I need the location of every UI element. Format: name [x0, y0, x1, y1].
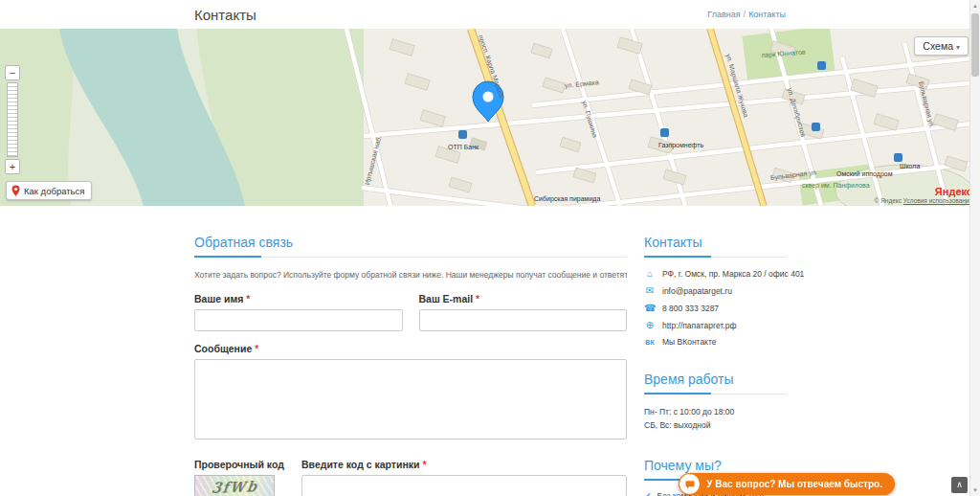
breadcrumb-current: Контакты [748, 10, 786, 19]
contacts-heading: Контакты [644, 235, 786, 258]
globe-icon: ⊕ [644, 320, 656, 330]
message-textarea[interactable] [194, 359, 627, 440]
yandex-map[interactable]: Иртышская наб. просп. Карла Маркса ул. П… [0, 29, 980, 206]
zoom-slider[interactable] [7, 82, 18, 157]
map-poi-label: Сибирская пирамида [534, 195, 600, 203]
map-park-label: сквер им. Панфилова [802, 182, 870, 190]
feedback-heading: Обратная связь [194, 235, 627, 258]
breadcrumb: Главная/Контакты [707, 10, 786, 19]
hours-line: Пн- Пт: с 10:00 до 18:00 [644, 405, 786, 418]
contact-text: http://папатаргет.рф [662, 321, 736, 330]
message-label: Сообщение * [194, 343, 627, 354]
map-zoom-control: − + [5, 65, 20, 174]
captcha-input-label: Введите код с картинки * [301, 459, 627, 470]
map-attribution: Яндекс © Яндекс Условия использования [875, 186, 972, 204]
email-label: Ваш E-mail * [419, 293, 628, 304]
map-canvas[interactable]: Иртышская наб. просп. Карла Маркса ул. П… [0, 29, 980, 206]
feedback-column: Обратная связь Хотите задать вопрос? Исп… [194, 206, 627, 496]
chevron-down-icon: ▾ [956, 43, 960, 52]
feedback-intro: Хотите задать вопрос? Используйте форму … [194, 270, 627, 280]
main-content: Обратная связь Хотите задать вопрос? Исп… [194, 206, 786, 496]
contact-text: 8 800 333 3287 [662, 304, 719, 313]
directions-button[interactable]: Как добраться [6, 181, 92, 200]
required-mark: * [476, 293, 479, 304]
yandex-logo: Яндекс [875, 186, 972, 197]
contact-item-vk[interactable]: ВКМы ВКонтакте [644, 337, 786, 347]
sidebar: Контакты ⌂РФ, г. Омск, пр. Маркса 20 / о… [644, 206, 786, 496]
chat-widget-text: У Вас вопрос? Мы отвечаем быстро. [706, 479, 882, 489]
chat-bubble-icon [679, 474, 700, 494]
name-label: Ваше имя * [194, 293, 403, 304]
vk-icon: ВК [644, 339, 656, 346]
contact-list: ⌂РФ, г. Омск, пр. Маркса 20 / офис 401 ✉… [644, 268, 786, 347]
browser-scrollbar: ▲ ▼ [969, 0, 980, 496]
terms-link[interactable]: Условия использования [903, 197, 972, 204]
page-header: Контакты Главная/Контакты [0, 0, 980, 29]
contact-item-email[interactable]: ✉info@papatarget.ru [644, 285, 786, 296]
required-mark: * [246, 293, 250, 304]
scroll-to-top-button[interactable]: ∧ [951, 477, 968, 493]
contact-text: info@papatarget.ru [662, 286, 732, 296]
map-poi-label: Школа [900, 163, 920, 169]
required-mark: * [255, 343, 258, 354]
zoom-out-button[interactable]: − [5, 65, 20, 80]
hours-heading: Время работы [644, 372, 786, 395]
chat-widget[interactable]: У Вас вопрос? Мы отвечаем быстро. [679, 473, 895, 495]
breadcrumb-home-link[interactable]: Главная [707, 10, 740, 19]
contact-item-address: ⌂РФ, г. Омск, пр. Маркса 20 / офис 401 [644, 268, 786, 279]
home-icon: ⌂ [644, 268, 656, 279]
contact-item-phone: ☎8 800 333 3287 [644, 303, 786, 313]
phone-icon: ☎ [644, 303, 656, 313]
zoom-in-button[interactable]: + [5, 159, 20, 174]
page-title: Контакты [194, 7, 256, 23]
scrollbar-down-arrow[interactable]: ▼ [970, 485, 980, 496]
map-poi-label: Газпромнефть [658, 142, 703, 149]
check-icon: ✔ [644, 491, 652, 496]
breadcrumb-separator: / [744, 10, 746, 19]
captcha-label: Проверочный код [194, 459, 286, 470]
map-layer-button[interactable]: Схема▾ [914, 36, 969, 56]
contact-text: РФ, г. Омск, пр. Маркса 20 / офис 401 [662, 269, 804, 279]
envelope-icon: ✉ [644, 285, 656, 296]
contact-item-website[interactable]: ⊕http://папатаргет.рф [644, 320, 786, 330]
hours-line: СБ, Вс: выходной [644, 418, 786, 432]
captcha-image: 3fWb [194, 475, 275, 496]
email-input[interactable] [419, 309, 628, 331]
map-copyright: © Яндекс [875, 197, 902, 204]
name-input[interactable] [194, 309, 403, 331]
contact-text: Мы ВКонтакте [662, 337, 716, 347]
required-mark: * [422, 459, 426, 470]
captcha-input[interactable] [301, 475, 627, 496]
map-poi-label: ОТП Банк [448, 144, 479, 150]
red-pin-icon [11, 185, 20, 196]
working-hours: Пн- Пт: с 10:00 до 18:00 СБ, Вс: выходно… [644, 405, 786, 433]
scrollbar-up-arrow[interactable]: ▲ [970, 0, 980, 11]
scrollbar-thumb[interactable] [971, 13, 979, 77]
map-poi-label: Омский ипподром [836, 170, 893, 178]
